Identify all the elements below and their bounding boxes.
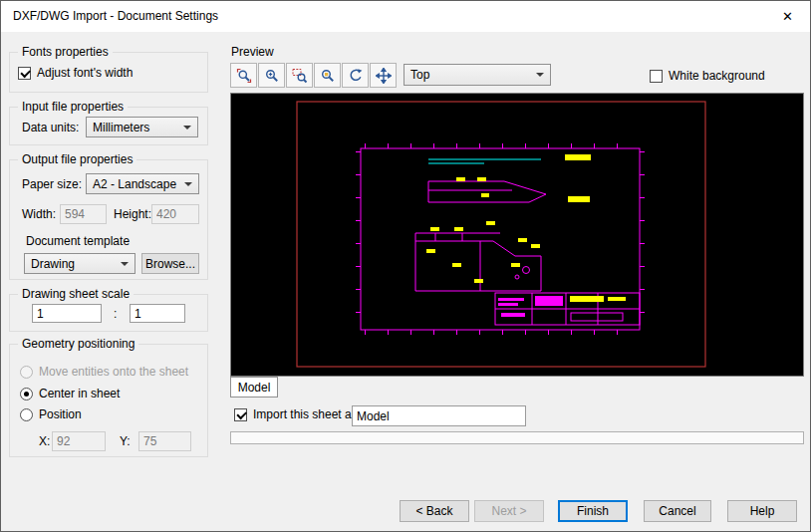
- sheet-name-input[interactable]: [352, 405, 526, 426]
- data-units-select[interactable]: Millimeters: [86, 117, 198, 137]
- import-sheet-row: Import this sheet as :: [234, 407, 364, 421]
- cad-drawing-preview: [231, 94, 803, 376]
- center-in-sheet-option: Center in sheet: [20, 387, 120, 400]
- fonts-properties-title: Fonts properties: [18, 45, 113, 59]
- sheet-border: [297, 102, 705, 367]
- dxf-dwg-import-dialog: DXF/DWG Import - Document Settings ✕ Fon…: [0, 0, 811, 532]
- pan-icon: [376, 68, 392, 84]
- move-entities-option: Move entities onto the sheet: [20, 365, 188, 379]
- data-units-label: Data units:: [22, 121, 79, 134]
- input-file-properties-title: Input file properties: [18, 100, 128, 114]
- move-entities-label: Move entities onto the sheet: [39, 365, 188, 379]
- document-template-value: Drawing: [31, 257, 75, 271]
- rotate-view-icon: [348, 68, 364, 84]
- output-file-properties-group: Output file properties Paper size: A2 - …: [9, 159, 208, 280]
- white-background-label: White background: [669, 69, 765, 83]
- chevron-down-icon: [184, 182, 192, 186]
- paper-size-label: Paper size:: [22, 177, 82, 191]
- fonts-properties-group: Fonts properties Adjust font's width: [9, 52, 208, 93]
- white-background-row: White background: [650, 69, 765, 83]
- sheet-tab-model[interactable]: Model: [230, 377, 278, 398]
- cancel-button[interactable]: Cancel: [644, 500, 711, 522]
- zoom-fit-icon: [236, 68, 252, 84]
- white-background-checkbox[interactable]: [650, 70, 663, 83]
- progress-bar: [230, 431, 804, 444]
- paper-size-value: A2 - Landscape: [93, 177, 176, 191]
- zoom-in-out-icon: [264, 68, 280, 84]
- close-button[interactable]: ✕: [765, 1, 810, 31]
- scale-separator: :: [114, 307, 117, 321]
- preview-canvas[interactable]: [230, 93, 804, 377]
- browse-button[interactable]: Browse...: [141, 253, 199, 274]
- close-icon: ✕: [782, 9, 793, 24]
- adjust-fonts-width-checkbox[interactable]: [18, 67, 31, 80]
- move-entities-radio[interactable]: [20, 366, 33, 379]
- import-sheet-label: Import this sheet as :: [253, 407, 364, 421]
- drawing-sheet-scale-title: Drawing sheet scale: [18, 287, 134, 301]
- sheet-tab-label: Model: [238, 381, 271, 395]
- adjust-fonts-width-row: Adjust font's width: [18, 66, 133, 80]
- adjust-fonts-width-label: Adjust font's width: [37, 66, 133, 80]
- scale-denominator-field[interactable]: [130, 304, 185, 323]
- y-label: Y:: [120, 434, 131, 448]
- width-field[interactable]: [60, 204, 107, 224]
- zoom-fit-button[interactable]: [230, 63, 257, 88]
- preview-title: Preview: [231, 45, 274, 59]
- output-file-properties-title: Output file properties: [18, 152, 136, 166]
- center-in-sheet-radio[interactable]: [20, 388, 33, 400]
- geometry-positioning-group: Geometry positioning Move entities onto …: [9, 344, 208, 457]
- rotate-view-button[interactable]: [342, 63, 369, 88]
- zoom-area-button[interactable]: [286, 63, 313, 88]
- next-button[interactable]: Next >: [474, 500, 544, 522]
- scale-numerator-field[interactable]: [32, 304, 102, 323]
- pan-button[interactable]: [370, 63, 397, 88]
- data-units-value: Millimeters: [93, 121, 149, 134]
- titlebar: DXF/DWG Import - Document Settings ✕: [1, 1, 810, 32]
- document-template-select[interactable]: Drawing: [24, 253, 135, 274]
- position-label: Position: [39, 407, 82, 421]
- chevron-down-icon: [121, 262, 129, 266]
- zoom-selected-button[interactable]: [314, 63, 341, 88]
- help-button[interactable]: Help: [727, 500, 797, 522]
- width-label: Width:: [22, 207, 56, 221]
- import-sheet-checkbox[interactable]: [234, 408, 247, 421]
- zoom-in-out-button[interactable]: [258, 63, 285, 88]
- view-orientation-select[interactable]: Top: [404, 64, 551, 86]
- geometry-positioning-title: Geometry positioning: [18, 337, 138, 351]
- zoom-selected-icon: [320, 68, 336, 84]
- position-radio[interactable]: [20, 408, 33, 421]
- finish-button[interactable]: Finish: [558, 500, 628, 522]
- center-in-sheet-label: Center in sheet: [39, 387, 120, 400]
- y-field[interactable]: [138, 431, 191, 451]
- chevron-down-icon: [536, 73, 544, 77]
- x-field[interactable]: [52, 431, 106, 451]
- back-button[interactable]: < Back: [400, 500, 469, 522]
- input-file-properties-group: Input file properties Data units: Millim…: [9, 107, 208, 145]
- view-orientation-value: Top: [410, 68, 429, 82]
- drawing-sheet-scale-group: Drawing sheet scale :: [9, 294, 208, 332]
- height-field[interactable]: [151, 204, 199, 224]
- window-title: DXF/DWG Import - Document Settings: [13, 9, 218, 23]
- position-option: Position: [20, 407, 82, 421]
- zoom-area-icon: [292, 68, 308, 84]
- document-template-label: Document template: [26, 234, 130, 248]
- chevron-down-icon: [183, 126, 191, 130]
- paper-size-select[interactable]: A2 - Landscape: [86, 173, 199, 194]
- highlighted-dimensions: [426, 154, 626, 302]
- height-label: Height:: [114, 207, 151, 221]
- x-label: X:: [39, 434, 50, 448]
